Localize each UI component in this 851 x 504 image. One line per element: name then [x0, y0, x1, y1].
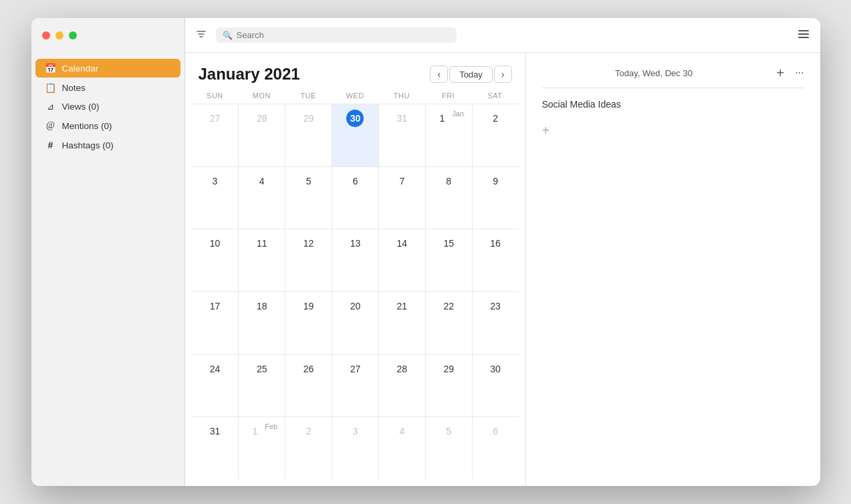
- table-row[interactable]: 4: [378, 417, 425, 479]
- mentions-icon: @: [45, 120, 57, 131]
- table-row[interactable]: 15: [425, 229, 472, 291]
- cal-week-2: 3 4 5 6 7 8 9: [192, 166, 519, 229]
- table-row[interactable]: 14: [378, 229, 425, 291]
- sidebar-item-calendar-label: Calendar: [62, 64, 99, 74]
- views-icon: ⊿: [45, 102, 57, 112]
- calendar-panel: January 2021 ‹ Today › SUN MON TUE WED T…: [185, 53, 526, 486]
- table-row[interactable]: 29: [285, 104, 332, 166]
- maximize-button[interactable]: [69, 31, 77, 39]
- table-row[interactable]: 19: [285, 292, 332, 354]
- table-row[interactable]: 1Jan: [425, 104, 472, 166]
- prev-month-button[interactable]: ‹: [430, 66, 448, 83]
- notes-icon: 📋: [45, 82, 57, 93]
- sidebar-item-notes-label: Notes: [62, 83, 86, 93]
- note-title: Social Media Ideas: [542, 99, 621, 110]
- toolbar: 🔍: [185, 18, 820, 53]
- svg-rect-2: [798, 37, 809, 38]
- table-row[interactable]: 31: [192, 417, 239, 479]
- table-row[interactable]: 18: [238, 292, 285, 354]
- table-row[interactable]: 13: [332, 229, 378, 291]
- cal-day-headers: SUN MON TUE WED THU FRI SAT: [192, 92, 519, 104]
- search-icon: 🔍: [223, 31, 233, 40]
- table-row[interactable]: 17: [192, 292, 239, 354]
- day-header-mon: MON: [238, 92, 285, 100]
- day-header-sun: SUN: [192, 92, 239, 100]
- table-row[interactable]: 25: [238, 355, 285, 417]
- notes-panel: Today, Wed, Dec 30 + ··· Social Media Id…: [526, 53, 820, 486]
- table-row[interactable]: 30: [472, 355, 519, 417]
- calendar-icon: 📅: [45, 63, 57, 74]
- main-area: 🔍 January 2021 ‹ Today: [185, 18, 820, 486]
- table-row[interactable]: 21: [378, 292, 425, 354]
- table-row[interactable]: 23: [472, 292, 519, 354]
- table-row[interactable]: 29: [425, 355, 472, 417]
- today-button[interactable]: Today: [449, 66, 493, 83]
- titlebar: [31, 18, 185, 53]
- sidebar-nav: 📅 Calendar 📋 Notes ⊿ Views (0) @ Mention…: [31, 53, 185, 160]
- table-row[interactable]: 16: [472, 229, 519, 291]
- table-row[interactable]: 20: [332, 292, 378, 354]
- sidebar-item-mentions[interactable]: @ Mentions (0): [35, 116, 180, 135]
- table-row[interactable]: 6: [332, 167, 378, 229]
- search-box: 🔍: [216, 27, 457, 43]
- table-row[interactable]: 3: [332, 417, 378, 479]
- table-row[interactable]: 12: [285, 229, 332, 291]
- table-row[interactable]: 9: [472, 167, 519, 229]
- notes-date: Today, Wed, Dec 30: [542, 68, 766, 78]
- add-note-button[interactable]: +: [776, 66, 784, 80]
- table-row[interactable]: 28: [378, 355, 425, 417]
- cal-week-6: 31 1Feb 2 3 4 5 6: [192, 416, 519, 479]
- sidebar: 📅 Calendar 📋 Notes ⊿ Views (0) @ Mention…: [31, 18, 185, 486]
- table-row[interactable]: 22: [425, 292, 472, 354]
- add-note-plus-button[interactable]: +: [542, 123, 804, 138]
- calendar-month-title: January 2021: [199, 65, 422, 84]
- table-row[interactable]: 7: [378, 167, 425, 229]
- sidebar-item-views[interactable]: ⊿ Views (0): [35, 98, 180, 116]
- cal-week-1: 27 28 29 30 31 1Jan 2: [192, 104, 519, 166]
- cal-grid: SUN MON TUE WED THU FRI SAT 27 28 29: [185, 92, 525, 486]
- search-input[interactable]: [237, 30, 450, 40]
- table-row[interactable]: 27: [332, 355, 378, 417]
- sidebar-item-calendar[interactable]: 📅 Calendar: [35, 59, 180, 78]
- cal-week-5: 24 25 26 27 28 29 30: [192, 354, 519, 417]
- svg-rect-0: [798, 30, 809, 31]
- table-row[interactable]: 11: [238, 229, 285, 291]
- close-button[interactable]: [42, 31, 50, 39]
- table-row[interactable]: 2: [472, 104, 519, 166]
- hashtags-icon: #: [45, 140, 57, 150]
- table-row[interactable]: 24: [192, 355, 239, 417]
- table-row[interactable]: 1Feb: [238, 417, 285, 479]
- table-row[interactable]: 2: [285, 417, 332, 479]
- calendar-header: January 2021 ‹ Today ›: [185, 53, 525, 92]
- content-split: January 2021 ‹ Today › SUN MON TUE WED T…: [185, 53, 820, 486]
- sidebar-item-notes[interactable]: 📋 Notes: [35, 78, 180, 97]
- list-view-icon[interactable]: [795, 25, 812, 45]
- table-row[interactable]: 3: [192, 167, 239, 229]
- minimize-button[interactable]: [55, 31, 64, 39]
- sidebar-item-hashtags[interactable]: # Hashtags (0): [35, 136, 180, 154]
- table-row[interactable]: 8: [425, 167, 472, 229]
- note-item-social-media[interactable]: Social Media Ideas: [542, 99, 804, 110]
- table-row[interactable]: 6: [472, 417, 519, 479]
- cal-nav-group: ‹ Today ›: [430, 66, 511, 83]
- sidebar-item-views-label: Views (0): [62, 102, 100, 112]
- table-row[interactable]: 28: [238, 104, 285, 166]
- more-options-button[interactable]: ···: [795, 67, 804, 79]
- table-row[interactable]: 31: [378, 104, 425, 166]
- table-row[interactable]: 5: [425, 417, 472, 479]
- day-header-tue: TUE: [285, 92, 332, 100]
- day-header-wed: WED: [332, 92, 378, 100]
- day-header-thu: THU: [378, 92, 425, 100]
- table-row[interactable]: 5: [285, 167, 332, 229]
- day-header-fri: FRI: [425, 92, 472, 100]
- filter-icon[interactable]: [193, 26, 209, 44]
- table-row[interactable]: 26: [285, 355, 332, 417]
- table-row[interactable]: 27: [192, 104, 239, 166]
- app-window: 📅 Calendar 📋 Notes ⊿ Views (0) @ Mention…: [31, 18, 820, 486]
- table-row[interactable]: 4: [238, 167, 285, 229]
- table-row[interactable]: 30: [332, 104, 378, 166]
- table-row[interactable]: 10: [192, 229, 239, 291]
- sidebar-item-mentions-label: Mentions (0): [62, 121, 112, 131]
- next-month-button[interactable]: ›: [494, 66, 512, 83]
- cal-week-4: 17 18 19 20 21 22 23: [192, 291, 519, 354]
